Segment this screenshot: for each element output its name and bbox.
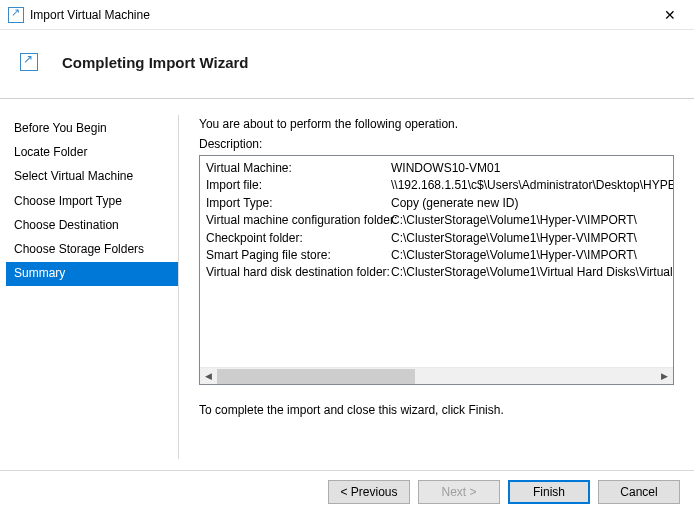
row-key: Virtual hard disk destination folder: bbox=[206, 264, 391, 281]
row-key: Import file: bbox=[206, 177, 391, 194]
scroll-track[interactable] bbox=[217, 368, 656, 385]
body: Before You Begin Locate Folder Select Vi… bbox=[0, 107, 694, 467]
table-row: Import file: \\192.168.1.51\c$\Users\Adm… bbox=[206, 177, 667, 194]
intro-text: You are about to perform the following o… bbox=[199, 117, 674, 131]
table-row: Virtual Machine: WINDOWS10-VM01 bbox=[206, 160, 667, 177]
completion-text: To complete the import and close this wi… bbox=[199, 403, 674, 417]
scroll-thumb[interactable] bbox=[217, 369, 415, 384]
close-button[interactable]: ✕ bbox=[650, 1, 690, 29]
sidebar-item-before-you-begin[interactable]: Before You Begin bbox=[6, 117, 178, 141]
row-value: C:\ClusterStorage\Volume1\Virtual Hard D… bbox=[391, 264, 673, 281]
row-value: \\192.168.1.51\c$\Users\Administrator\De… bbox=[391, 177, 673, 194]
button-bar: < Previous Next > Finish Cancel bbox=[0, 470, 694, 512]
description-content: Virtual Machine: WINDOWS10-VM01 Import f… bbox=[200, 156, 673, 367]
sidebar-item-summary[interactable]: Summary bbox=[6, 262, 178, 286]
table-row: Checkpoint folder: C:\ClusterStorage\Vol… bbox=[206, 230, 667, 247]
table-row: Import Type: Copy (generate new ID) bbox=[206, 195, 667, 212]
table-row: Virtual machine configuration folder: C:… bbox=[206, 212, 667, 229]
next-button: Next > bbox=[418, 480, 500, 504]
row-value: WINDOWS10-VM01 bbox=[391, 160, 500, 177]
close-icon: ✕ bbox=[664, 8, 676, 22]
previous-button[interactable]: < Previous bbox=[328, 480, 410, 504]
app-icon bbox=[8, 7, 24, 23]
finish-button[interactable]: Finish bbox=[508, 480, 590, 504]
chevron-left-icon: ◀ bbox=[205, 371, 212, 381]
wizard-header: Completing Import Wizard bbox=[0, 30, 694, 94]
page-title: Completing Import Wizard bbox=[62, 54, 249, 71]
row-value: C:\ClusterStorage\Volume1\Hyper-V\IMPORT… bbox=[391, 247, 637, 264]
scroll-right-button[interactable]: ▶ bbox=[656, 368, 673, 385]
cancel-button[interactable]: Cancel bbox=[598, 480, 680, 504]
wizard-steps: Before You Begin Locate Folder Select Vi… bbox=[6, 107, 178, 467]
row-value: Copy (generate new ID) bbox=[391, 195, 518, 212]
sidebar-item-choose-import-type[interactable]: Choose Import Type bbox=[6, 190, 178, 214]
row-key: Import Type: bbox=[206, 195, 391, 212]
titlebar: Import Virtual Machine ✕ bbox=[0, 0, 694, 30]
scroll-left-button[interactable]: ◀ bbox=[200, 368, 217, 385]
row-key: Virtual machine configuration folder: bbox=[206, 212, 391, 229]
row-value: C:\ClusterStorage\Volume1\Hyper-V\IMPORT… bbox=[391, 230, 637, 247]
sidebar-item-choose-storage-folders[interactable]: Choose Storage Folders bbox=[6, 238, 178, 262]
sidebar-item-select-vm[interactable]: Select Virtual Machine bbox=[6, 165, 178, 189]
row-key: Smart Paging file store: bbox=[206, 247, 391, 264]
chevron-right-icon: ▶ bbox=[661, 371, 668, 381]
main-panel: You are about to perform the following o… bbox=[179, 107, 688, 467]
row-key: Checkpoint folder: bbox=[206, 230, 391, 247]
table-row: Smart Paging file store: C:\ClusterStora… bbox=[206, 247, 667, 264]
table-row: Virtual hard disk destination folder: C:… bbox=[206, 264, 667, 281]
row-key: Virtual Machine: bbox=[206, 160, 391, 177]
description-label: Description: bbox=[199, 137, 674, 151]
horizontal-scrollbar[interactable]: ◀ ▶ bbox=[200, 367, 673, 384]
divider bbox=[0, 98, 694, 99]
sidebar-item-choose-destination[interactable]: Choose Destination bbox=[6, 214, 178, 238]
import-icon bbox=[20, 53, 38, 71]
row-value: C:\ClusterStorage\Volume1\Hyper-V\IMPORT… bbox=[391, 212, 637, 229]
sidebar-item-locate-folder[interactable]: Locate Folder bbox=[6, 141, 178, 165]
description-box: Virtual Machine: WINDOWS10-VM01 Import f… bbox=[199, 155, 674, 385]
window-title: Import Virtual Machine bbox=[30, 8, 650, 22]
